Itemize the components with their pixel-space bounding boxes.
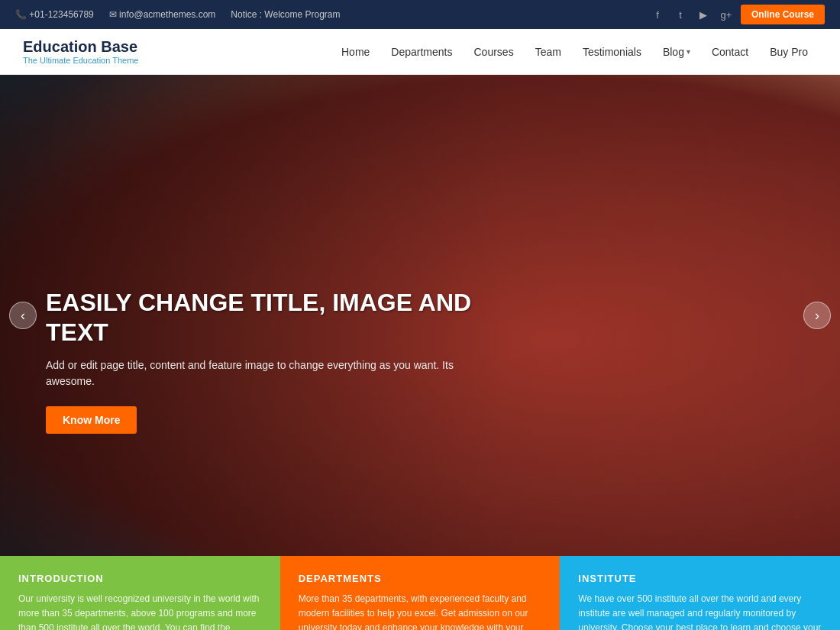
twitter-icon[interactable]: t xyxy=(672,6,689,23)
blog-dropdown-icon: ▾ xyxy=(687,47,690,56)
institute-card: INSTITUTE We have over 500 institute all… xyxy=(560,556,840,630)
googleplus-icon[interactable]: g+ xyxy=(718,6,735,23)
nav-blog[interactable]: Blog ▾ xyxy=(654,40,699,64)
departments-card: DEPARTMENTS More than 35 departments, wi… xyxy=(280,556,561,630)
hero-slider: EASILY CHANGE TITLE, IMAGE AND TEXT Add … xyxy=(0,75,840,556)
top-bar-right: f t ▶ g+ Online Course xyxy=(649,5,825,24)
facebook-icon[interactable]: f xyxy=(649,6,666,23)
nav-home[interactable]: Home xyxy=(332,40,379,64)
email-icon: ✉ xyxy=(109,9,119,20)
departments-card-title: DEPARTMENTS xyxy=(299,573,542,584)
hero-title: EASILY CHANGE TITLE, IMAGE AND TEXT xyxy=(46,288,489,347)
nav-departments[interactable]: Departments xyxy=(382,40,461,64)
logo-title: Education Base xyxy=(23,38,138,56)
nav-courses[interactable]: Courses xyxy=(465,40,523,64)
nav-buypro[interactable]: Buy Pro xyxy=(761,40,817,64)
introduction-card-title: INTRODUCTION xyxy=(18,573,262,584)
introduction-card-text: Our university is well recognized univer… xyxy=(18,592,262,630)
nav-contact[interactable]: Contact xyxy=(703,40,758,64)
know-more-button[interactable]: Know More xyxy=(46,406,137,434)
phone-info: 📞 +01-123456789 xyxy=(15,9,94,20)
slider-next-arrow[interactable]: › xyxy=(803,302,831,329)
phone-icon: 📞 xyxy=(15,9,29,20)
logo-subtitle: The Ultimate Education Theme xyxy=(23,56,138,65)
email-info: ✉ info@acmethemes.com xyxy=(109,9,216,20)
notice-text: Notice : Welcome Program xyxy=(231,9,340,20)
bottom-cards: INTRODUCTION Our university is well reco… xyxy=(0,556,840,630)
top-bar-left: 📞 +01-123456789 ✉ info@acmethemes.com No… xyxy=(15,9,341,20)
site-header: Education Base The Ultimate Education Th… xyxy=(0,29,840,75)
youtube-icon[interactable]: ▶ xyxy=(695,6,712,23)
top-bar: 📞 +01-123456789 ✉ info@acmethemes.com No… xyxy=(0,0,840,29)
introduction-card: INTRODUCTION Our university is well reco… xyxy=(0,556,280,630)
nav-team[interactable]: Team xyxy=(526,40,570,64)
nav-testimonials[interactable]: Testimonials xyxy=(573,40,651,64)
online-course-button[interactable]: Online Course xyxy=(741,5,825,24)
hero-description: Add or edit page title, content and feat… xyxy=(46,357,489,389)
departments-card-text: More than 35 departments, with experienc… xyxy=(299,592,542,630)
main-nav: Home Departments Courses Team Testimonia… xyxy=(332,40,817,64)
slider-prev-arrow[interactable]: ‹ xyxy=(9,302,37,329)
logo[interactable]: Education Base The Ultimate Education Th… xyxy=(23,38,138,65)
institute-card-title: INSTITUTE xyxy=(578,573,822,584)
hero-content: EASILY CHANGE TITLE, IMAGE AND TEXT Add … xyxy=(46,288,489,434)
institute-card-text: We have over 500 institute all over the … xyxy=(578,592,822,630)
